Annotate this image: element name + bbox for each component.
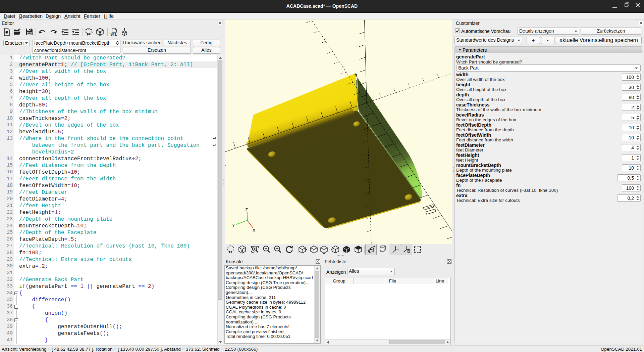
svg-text:STL: STL: [110, 32, 117, 36]
svg-text:X: X: [253, 228, 255, 233]
svg-text:Y: Y: [232, 223, 235, 228]
svg-text:Z: Z: [246, 208, 248, 212]
